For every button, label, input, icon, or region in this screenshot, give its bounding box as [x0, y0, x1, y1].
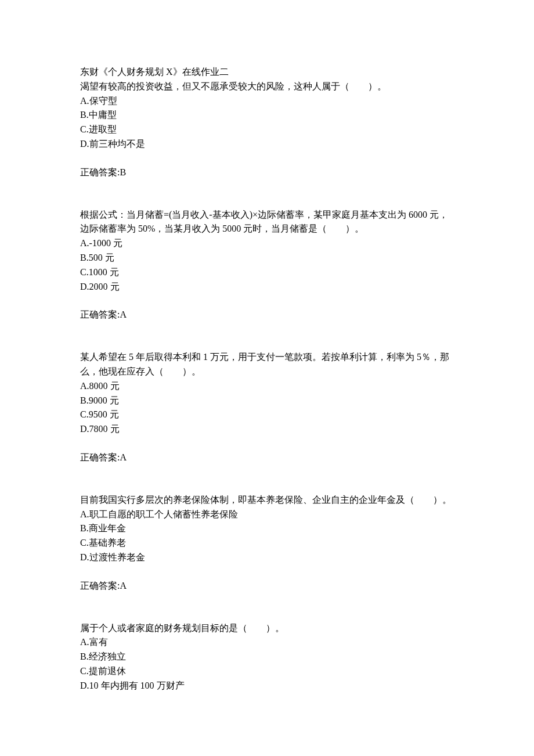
answer-value: A: [120, 452, 127, 462]
question-text: 目前我国实行多层次的养老保险体制，即基本养老保险、企业自主的企业年金及（ ）。: [80, 493, 454, 507]
correct-answer: 正确答案:A: [80, 579, 454, 593]
question-text: 属于个人或者家庭的财务规划目标的是（ ）。: [80, 621, 454, 636]
answer-value: B: [120, 167, 126, 177]
option-d: D.过渡性养老金: [80, 550, 454, 565]
question-block: 属于个人或者家庭的财务规划目标的是（ ）。 A.富有 B.经济独立 C.提前退休…: [80, 621, 454, 693]
option-c: C.基础养老: [80, 536, 454, 550]
correct-answer: 正确答案:A: [80, 451, 454, 465]
option-b: B.商业年金: [80, 521, 454, 536]
page-title: 东财《个人财务规划 X》在线作业二: [80, 65, 454, 80]
question-block: 渴望有较高的投资收益，但又不愿承受较大的风险，这种人属于（ ）。 A.保守型 B…: [80, 80, 454, 180]
answer-prefix: 正确答案:: [80, 167, 120, 177]
option-a: A.8000 元: [80, 379, 454, 394]
answer-prefix: 正确答案:: [80, 452, 120, 462]
option-c: C.进取型: [80, 123, 454, 137]
question-text: 渴望有较高的投资收益，但又不愿承受较大的风险，这种人属于（ ）。: [80, 80, 454, 94]
option-b: B.9000 元: [80, 394, 454, 408]
question-text: 根据公式：当月储蓄=(当月收入-基本收入)×边际储蓄率，某甲家庭月基本支出为 6…: [80, 208, 454, 237]
option-c: C.1000 元: [80, 265, 454, 280]
question-block: 根据公式：当月储蓄=(当月收入-基本收入)×边际储蓄率，某甲家庭月基本支出为 6…: [80, 208, 454, 323]
option-d: D.2000 元: [80, 280, 454, 294]
option-d: D.10 年内拥有 100 万财产: [80, 679, 454, 693]
answer-value: A: [120, 581, 127, 591]
answer-prefix: 正确答案:: [80, 581, 120, 591]
option-b: B.500 元: [80, 251, 454, 265]
question-text: 某人希望在 5 年后取得本利和 1 万元，用于支付一笔款项。若按单利计算，利率为…: [80, 350, 454, 379]
correct-answer: 正确答案:B: [80, 165, 454, 180]
correct-answer: 正确答案:A: [80, 308, 454, 322]
option-b: B.经济独立: [80, 650, 454, 664]
answer-prefix: 正确答案:: [80, 309, 120, 319]
option-b: B.中庸型: [80, 108, 454, 123]
option-a: A.-1000 元: [80, 236, 454, 251]
option-c: C.9500 元: [80, 408, 454, 422]
question-block: 目前我国实行多层次的养老保险体制，即基本养老保险、企业自主的企业年金及（ ）。 …: [80, 493, 454, 593]
option-a: A.富有: [80, 635, 454, 650]
question-block: 某人希望在 5 年后取得本利和 1 万元，用于支付一笔款项。若按单利计算，利率为…: [80, 350, 454, 465]
option-d: D.7800 元: [80, 422, 454, 437]
option-c: C.提前退休: [80, 664, 454, 679]
option-a: A.职工自愿的职工个人储蓄性养老保险: [80, 507, 454, 522]
option-d: D.前三种均不是: [80, 137, 454, 152]
option-a: A.保守型: [80, 94, 454, 109]
answer-value: A: [120, 309, 127, 319]
